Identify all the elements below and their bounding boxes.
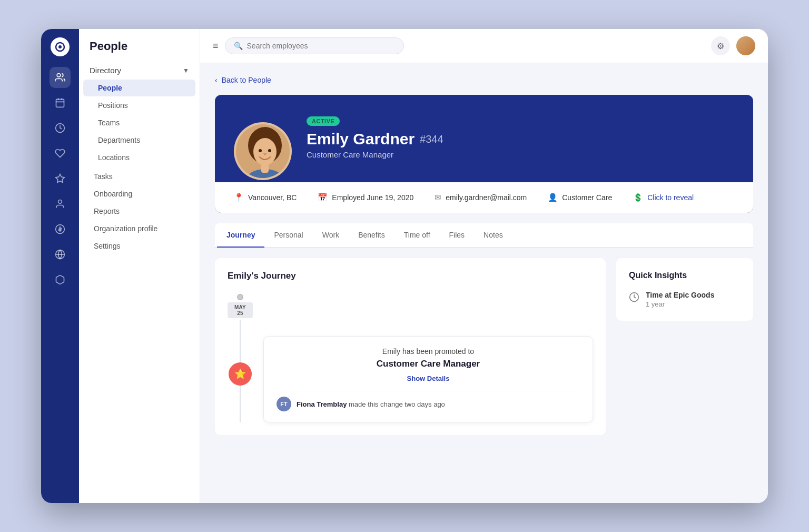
sidebar-title: People xyxy=(79,40,200,62)
email-icon: ✉ xyxy=(435,193,441,202)
svg-rect-3 xyxy=(56,99,64,107)
back-link[interactable]: ‹ Back to People xyxy=(215,76,753,84)
tab-notes[interactable]: Notes xyxy=(474,223,512,248)
main-content: ≡ 🔍 ⚙ ‹ Back to People xyxy=(200,29,768,503)
footer-avatar: FT xyxy=(277,397,291,411)
topbar-left: ≡ 🔍 xyxy=(213,37,404,54)
svg-marker-8 xyxy=(56,174,65,183)
timeline-content: Emily has been promoted to Customer Care… xyxy=(263,294,593,422)
sidebar-item-locations[interactable]: Locations xyxy=(83,149,195,166)
sidebar-item-tasks[interactable]: Tasks xyxy=(83,168,195,185)
svg-point-9 xyxy=(58,200,62,204)
timeline-date-badge: MAY 25 xyxy=(228,302,253,318)
journey-event-card: Emily has been promoted to Customer Care… xyxy=(263,336,593,422)
tab-personal[interactable]: Personal xyxy=(264,223,312,248)
insight-label: Time at Epic Goods xyxy=(646,291,714,299)
sidebar-item-people[interactable]: People xyxy=(83,80,195,96)
search-input[interactable] xyxy=(247,42,395,50)
sidebar-directory-section: Directory ▼ People Positions Teams Depar… xyxy=(79,62,200,166)
rail-star-icon[interactable] xyxy=(50,168,71,189)
rail-heart-icon[interactable] xyxy=(50,143,71,164)
salary-icon: 💲 xyxy=(633,193,643,202)
profile-email: ✉ emily.gardner@mail.com xyxy=(435,193,527,202)
sidebar-item-onboarding[interactable]: Onboarding xyxy=(83,185,195,202)
journey-area: Emily's Journey MAY 25 ⭐ xyxy=(215,258,753,435)
sidebar-item-reports[interactable]: Reports xyxy=(83,203,195,220)
profile-title: Customer Care Manager xyxy=(307,150,734,159)
sidebar-item-positions[interactable]: Positions xyxy=(83,97,195,114)
profile-card-inner: ACTIVE Emily Gardner #344 Customer Care … xyxy=(215,95,753,182)
profile-employed-date: 📅 Employed June 19, 2020 xyxy=(318,193,413,202)
sidebar-item-settings[interactable]: Settings xyxy=(83,238,195,254)
svg-point-17 xyxy=(268,149,271,152)
journey-card-intro: Emily has been promoted to xyxy=(277,347,580,356)
employee-avatar xyxy=(234,122,292,180)
tabs-bar: Journey Personal Work Benefits Time off … xyxy=(215,223,753,248)
insights-title: Quick Insights xyxy=(629,271,741,280)
profile-card: ACTIVE Emily Gardner #344 Customer Care … xyxy=(215,95,753,213)
clock-icon xyxy=(629,292,639,305)
journey-timeline: MAY 25 ⭐ Emily has been promo xyxy=(228,294,593,422)
rail-clock-icon[interactable] xyxy=(50,117,71,139)
sidebar: People Directory ▼ People Positions Team… xyxy=(79,29,200,503)
journey-main: Emily's Journey MAY 25 ⭐ xyxy=(215,258,606,435)
journey-card-role: Customer Care Manager xyxy=(277,359,580,369)
topbar-right: ⚙ xyxy=(711,36,755,55)
profile-location: 📍 Vancouver, BC xyxy=(234,193,297,202)
show-details-link[interactable]: Show Details xyxy=(277,375,580,382)
profile-salary[interactable]: 💲 Click to reveal xyxy=(633,193,694,202)
user-avatar-button[interactable] xyxy=(736,36,755,55)
page-content: ‹ Back to People xyxy=(200,63,768,503)
tab-journey[interactable]: Journey xyxy=(217,223,264,248)
insight-value: 1 year xyxy=(646,300,714,308)
profile-info: ACTIVE Emily Gardner #344 Customer Care … xyxy=(307,112,734,159)
hamburger-icon[interactable]: ≡ xyxy=(213,41,219,52)
department-icon: 👤 xyxy=(548,193,558,202)
svg-point-1 xyxy=(58,45,62,48)
svg-point-16 xyxy=(259,149,262,152)
timeline-star-dot: ⭐ xyxy=(229,362,252,386)
rail-dollar-icon[interactable] xyxy=(50,219,71,240)
tab-work[interactable]: Work xyxy=(313,223,349,248)
logo[interactable] xyxy=(51,37,70,56)
rail-box-icon[interactable] xyxy=(50,269,71,290)
location-icon: 📍 xyxy=(234,193,244,202)
icon-rail xyxy=(41,29,79,503)
svg-point-15 xyxy=(253,138,277,165)
tab-benefits[interactable]: Benefits xyxy=(349,223,394,248)
rail-calendar-icon[interactable] xyxy=(50,92,71,113)
profile-details: 📍 Vancouver, BC 📅 Employed June 19, 2020… xyxy=(215,182,753,213)
svg-rect-19 xyxy=(261,163,269,173)
tab-files[interactable]: Files xyxy=(440,223,475,248)
journey-card-footer: FT Fiona Tremblay made this change two d… xyxy=(277,390,580,411)
profile-id: #344 xyxy=(420,133,443,145)
insights-panel: Quick Insights Time at Epic Goods 1 year xyxy=(616,258,753,321)
search-icon: 🔍 xyxy=(234,42,243,50)
sidebar-item-teams[interactable]: Teams xyxy=(83,114,195,131)
rail-user-icon[interactable] xyxy=(50,193,71,214)
footer-action-text: made this change two days ago xyxy=(349,400,445,408)
status-badge: ACTIVE xyxy=(307,116,340,126)
directory-section-header[interactable]: Directory ▼ xyxy=(79,62,200,79)
svg-point-2 xyxy=(57,74,61,77)
tab-time-off[interactable]: Time off xyxy=(394,223,440,248)
gear-button[interactable]: ⚙ xyxy=(711,36,730,55)
sidebar-item-departments[interactable]: Departments xyxy=(83,132,195,149)
rail-people-icon[interactable] xyxy=(50,67,71,88)
search-box[interactable]: 🔍 xyxy=(225,37,404,54)
chevron-down-icon: ▼ xyxy=(183,67,189,74)
rail-chart-icon[interactable] xyxy=(50,244,71,265)
sidebar-item-org-profile[interactable]: Organization profile xyxy=(83,220,195,237)
back-arrow-icon: ‹ xyxy=(215,76,218,84)
insight-time-at-company: Time at Epic Goods 1 year xyxy=(629,291,741,308)
timeline-dot-top xyxy=(237,294,243,300)
topbar: ≡ 🔍 ⚙ xyxy=(200,29,768,63)
timeline-line-column: MAY 25 ⭐ xyxy=(228,294,253,422)
profile-department: 👤 Customer Care xyxy=(548,193,612,202)
journey-section-title: Emily's Journey xyxy=(228,271,593,281)
calendar-icon: 📅 xyxy=(318,193,328,202)
footer-changer-name: Fiona Tremblay xyxy=(297,400,347,408)
profile-name: Emily Gardner #344 xyxy=(307,130,734,148)
